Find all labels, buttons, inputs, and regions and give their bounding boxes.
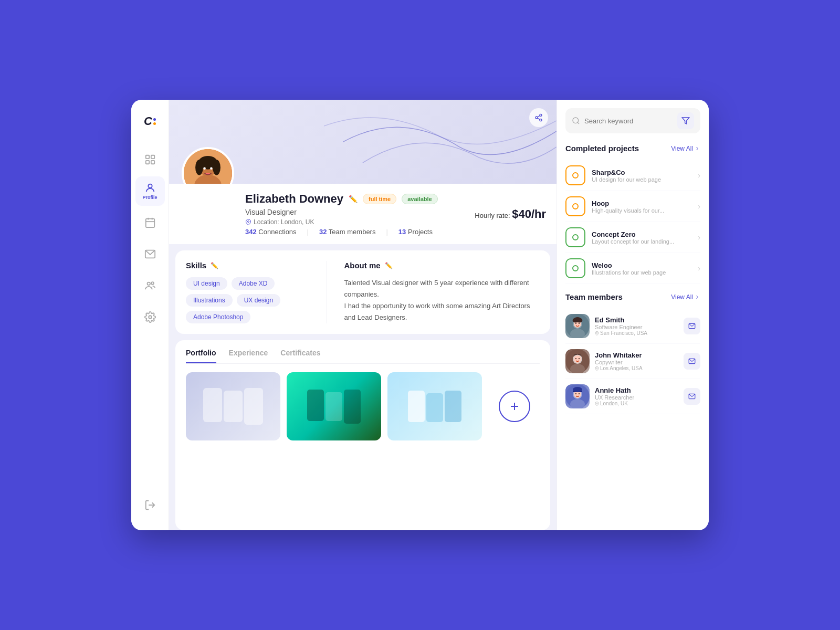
badge-available: available [402, 194, 437, 204]
project-desc-hoop: High-quality visuals for our... [592, 207, 691, 214]
tab-certificates[interactable]: Certificates [280, 349, 320, 363]
svg-point-10 [147, 282, 150, 286]
message-annie-button[interactable] [684, 388, 700, 405]
skills-edit-icon[interactable]: ✏️ [211, 262, 218, 269]
member-name-john: John Whitaker [595, 351, 678, 359]
message-john-button[interactable] [684, 353, 700, 370]
project-item-weloo[interactable]: Weloo Illustrations for our web page › [565, 253, 700, 284]
completed-projects-title: Completed projects [565, 144, 639, 153]
member-name-annie: Annie Hath [595, 386, 678, 394]
sidebar-item-grid[interactable] [135, 145, 165, 174]
chevron-icon-weloo: › [698, 264, 700, 272]
project-item-hoop[interactable]: Hoop High-quality visuals for our... › [565, 191, 700, 222]
project-name-hoop: Hoop [592, 200, 691, 207]
tab-experience[interactable]: Experience [229, 349, 268, 363]
team-member-ed-smith: Ed Smith Software Engineer San Francisco… [565, 309, 700, 344]
message-ed-button[interactable] [684, 318, 700, 334]
svg-point-30 [573, 118, 579, 123]
svg-point-36 [575, 323, 576, 324]
mail-ed-icon [688, 322, 696, 330]
tab-portfolio[interactable]: Portfolio [186, 349, 216, 363]
plus-icon [508, 400, 521, 413]
project-item-sharpcо[interactable]: Sharp&Co UI design for our web page › [565, 160, 700, 191]
chevron-icon-hoop: › [698, 202, 700, 211]
profile-banner [169, 100, 556, 184]
svg-point-11 [151, 282, 154, 285]
member-role-annie: UX Researcher [595, 394, 678, 401]
location-icon-john [595, 366, 599, 371]
profile-stats: 342 Connections | 32 Team members | 13 P… [245, 228, 438, 236]
team-members-title: Team members [565, 292, 623, 301]
svg-point-16 [540, 119, 542, 121]
sidebar-item-logout[interactable] [135, 490, 165, 520]
project-info-concept-zero: Concept Zero Layout concept for our land… [592, 230, 691, 245]
location-icon-annie [595, 402, 599, 406]
sidebar-item-profile[interactable]: Profile [135, 176, 165, 206]
location-icon [245, 219, 251, 225]
skill-tag-ui-design: UI design [186, 277, 227, 290]
team-section: Team members View All [565, 292, 700, 414]
connections-count: 342 [245, 228, 257, 236]
skills-tags: UI design Adobe XD Illustrations UX desi… [186, 277, 316, 323]
profile-name-row: Elizabeth Downey ✏️ full time available [245, 192, 438, 206]
project-info-weloo: Weloo Illustrations for our web page [592, 261, 691, 276]
member-location-ed: San Francisco, USA [595, 330, 678, 336]
portfolio-grid [186, 372, 540, 440]
skill-tag-illustrations: Illustrations [186, 294, 233, 307]
logout-icon [144, 499, 156, 511]
logo-dot-orange [153, 122, 156, 125]
chevron-right-team-icon [694, 294, 700, 300]
member-info-john: John Whitaker Copywriter Los Angeles, US… [595, 351, 678, 371]
chevron-icon: › [698, 171, 700, 180]
about-edit-icon[interactable]: ✏️ [385, 262, 393, 269]
projects-count: 13 [398, 228, 406, 236]
svg-point-52 [575, 393, 576, 394]
skill-tag-adobe-xd: Adobe XD [232, 277, 275, 290]
portfolio-tabs: Portfolio Experience Certificates [186, 349, 540, 364]
avatar-annie-hath [565, 384, 590, 408]
svg-point-4 [148, 184, 152, 188]
filter-icon[interactable] [677, 112, 694, 129]
profile-title: Visual Designer [245, 208, 438, 216]
view-all-projects-link[interactable]: View All [671, 145, 700, 152]
sidebar-item-calendar[interactable] [135, 208, 165, 237]
add-portfolio-button[interactable] [499, 391, 530, 422]
completed-projects-header: Completed projects View All [565, 144, 700, 153]
project-info-hoop: Hoop High-quality visuals for our... [592, 200, 691, 214]
settings-icon [144, 311, 156, 323]
svg-point-38 [596, 332, 597, 333]
svg-point-12 [149, 316, 152, 319]
portfolio-item-3[interactable] [387, 372, 482, 440]
svg-point-54 [573, 387, 582, 392]
mail-icon [144, 248, 156, 260]
svg-marker-31 [682, 118, 689, 124]
portfolio-item-2[interactable] [287, 372, 381, 440]
svg-rect-2 [145, 161, 149, 164]
share-button[interactable] [529, 108, 548, 127]
svg-point-15 [536, 117, 538, 119]
portfolio-item-1[interactable] [186, 372, 280, 440]
profile-name-section: Elizabeth Downey ✏️ full time available … [245, 192, 438, 236]
skills-section: Skills ✏️ UI design Adobe XD Illustratio… [186, 261, 327, 323]
chevron-right-icon [694, 145, 700, 152]
member-name-ed: Ed Smith [595, 316, 678, 324]
sidebar-profile-label: Profile [142, 195, 157, 200]
hourly-rate: Hourly rate: $40/hr [475, 207, 546, 221]
about-title: About me ✏️ [344, 261, 540, 270]
chevron-icon-concept-zero: › [698, 233, 700, 242]
share-icon [534, 113, 543, 122]
team-member-john-whitaker: John Whitaker Copywriter Los Angeles, US… [565, 344, 700, 379]
search-input[interactable] [584, 117, 673, 125]
svg-point-27 [248, 221, 249, 223]
sidebar-item-mail[interactable] [135, 239, 165, 269]
sidebar-item-settings[interactable] [135, 302, 165, 332]
edit-name-icon[interactable]: ✏️ [349, 195, 358, 203]
project-desc-sharpcо: UI design for our web page [592, 176, 691, 183]
svg-point-24 [213, 160, 220, 175]
svg-point-26 [210, 167, 213, 170]
sidebar-item-people[interactable] [135, 271, 165, 300]
project-name-concept-zero: Concept Zero [592, 230, 691, 238]
view-all-team-link[interactable]: View All [671, 293, 700, 301]
grid-icon [144, 154, 156, 165]
project-item-concept-zero[interactable]: Concept Zero Layout concept for our land… [565, 222, 700, 253]
